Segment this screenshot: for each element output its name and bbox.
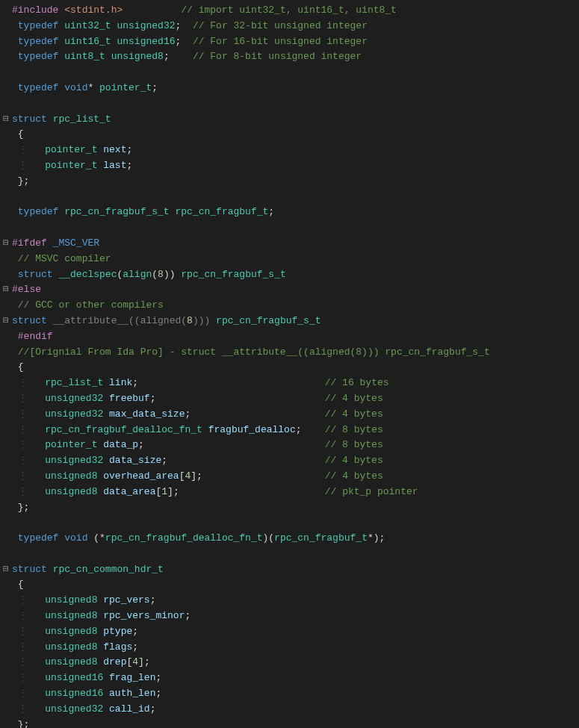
code-content: ⋮ unsigned8 flags;	[12, 641, 138, 653]
code-content: struct rpc_list_t	[12, 113, 111, 125]
code-line[interactable]: // GCC or other compilers	[0, 298, 579, 314]
code-content: typedef uint8_t unsigned8; // For 8-bit …	[12, 51, 362, 62]
code-content: ⋮ unsigned8 ptype;	[12, 626, 138, 637]
code-content: //[Orignial From Ida Pro] - struct __att…	[12, 346, 490, 358]
code-line[interactable]: ⋮ unsigned8 data_area[1]; // pkt_p point…	[0, 485, 579, 500]
code-line[interactable]: struct __declspec(align(8)) rpc_cn_fragb…	[0, 267, 579, 283]
code-line[interactable]: {	[0, 127, 579, 143]
code-content: struct rpc_cn_common_hdr_t	[12, 564, 164, 575]
code-content: #else	[12, 284, 41, 295]
code-line[interactable]: ⋮ unsigned8 rpc_vers_minor;	[0, 609, 579, 624]
code-line[interactable]: typedef void* pointer_t;	[0, 81, 579, 96]
fold-gutter[interactable]: ⊟	[3, 236, 12, 252]
code-content: ⋮ pointer_t next;	[12, 144, 132, 155]
fold-gutter[interactable]: ⊟	[3, 314, 12, 329]
code-line[interactable]	[0, 190, 579, 205]
code-line[interactable]: ⋮ unsigned16 auth_len;	[0, 686, 579, 702]
code-line[interactable]: };	[0, 500, 579, 516]
code-line[interactable]: ⊟struct __attribute__((aligned(8))) rpc_…	[0, 314, 579, 329]
code-line[interactable]: ⋮ rpc_list_t link; // 16 bytes	[0, 376, 579, 391]
code-content: typedef void (*rpc_cn_fragbuf_dealloc_fn…	[12, 532, 385, 544]
code-line[interactable]: ⋮ pointer_t data_p; // 8 bytes	[0, 438, 579, 453]
code-line[interactable]: ⊟struct rpc_cn_common_hdr_t	[0, 562, 579, 578]
code-content: {	[12, 361, 24, 373]
code-line[interactable]: ⋮ unsigned32 freebuf; // 4 bytes	[0, 391, 579, 407]
code-content: ⋮ unsigned16 frag_len;	[12, 672, 161, 683]
code-content	[12, 66, 18, 78]
code-content: // GCC or other compilers	[12, 299, 164, 311]
code-content	[12, 548, 18, 559]
code-line[interactable]: {	[0, 577, 579, 593]
code-line[interactable]	[0, 65, 579, 81]
code-line[interactable]: ⋮ pointer_t last;	[0, 158, 579, 174]
code-content: ⋮ unsigned16 auth_len;	[12, 688, 161, 699]
code-content: ⋮ unsigned8 rpc_vers;	[12, 594, 155, 606]
code-line[interactable]: ⋮ unsigned8 rpc_vers;	[0, 593, 579, 609]
code-content: struct __attribute__((aligned(8))) rpc_c…	[12, 315, 321, 326]
code-content	[12, 517, 18, 528]
code-content	[12, 191, 18, 202]
code-line[interactable]: };	[0, 174, 579, 190]
code-line[interactable]: ⋮ unsigned32 data_size; // 4 bytes	[0, 453, 579, 469]
code-line[interactable]: ⋮ unsigned8 overhead_area[4]; // 4 bytes	[0, 469, 579, 485]
code-line[interactable]: typedef uint32_t unsigned32; // For 32-b…	[0, 19, 579, 34]
code-content: {	[12, 579, 24, 590]
code-line[interactable]: //[Orignial From Ida Pro] - struct __att…	[0, 345, 579, 361]
code-line[interactable]: ⋮ unsigned8 ptype;	[0, 624, 579, 640]
code-content: #endif	[12, 331, 53, 342]
code-line[interactable]: ⋮ unsigned8 drep[4];	[0, 655, 579, 671]
code-line[interactable]: ⋮ unsigned32 call_id;	[0, 702, 579, 718]
code-content: {	[12, 128, 24, 140]
code-line[interactable]	[0, 220, 579, 236]
code-line[interactable]	[0, 547, 579, 562]
code-line[interactable]	[0, 96, 579, 112]
code-content: typedef uint16_t unsigned16; // For 16-b…	[12, 36, 368, 47]
code-content: ⋮ unsigned32 max_data_size; // 4 bytes	[12, 408, 383, 420]
fold-gutter[interactable]: ⊟	[3, 112, 12, 128]
code-line[interactable]: ⊟struct rpc_list_t	[0, 112, 579, 128]
code-line[interactable]: ⊟#ifdef _MSC_VER	[0, 236, 579, 252]
code-content: ⋮ unsigned8 rpc_vers_minor;	[12, 610, 191, 621]
code-content: ⋮ unsigned8 data_area[1]; // pkt_p point…	[12, 486, 418, 497]
code-content: ⋮ unsigned8 overhead_area[4]; // 4 bytes	[12, 470, 383, 482]
code-line[interactable]: ⋮ unsigned16 frag_len;	[0, 671, 579, 686]
code-content: #include <stdint.h> // import uint32_t, …	[12, 4, 397, 16]
code-content: ⋮ pointer_t data_p; // 8 bytes	[12, 439, 383, 450]
code-content: #ifdef _MSC_VER	[12, 237, 99, 249]
code-line[interactable]: ⊟#else	[0, 282, 579, 298]
code-line[interactable]: #include <stdint.h> // import uint32_t, …	[0, 3, 579, 19]
code-line[interactable]: ⋮ unsigned32 max_data_size; // 4 bytes	[0, 407, 579, 423]
code-content: ⋮ pointer_t last;	[12, 160, 132, 171]
code-content: typedef uint32_t unsigned32; // For 32-b…	[12, 20, 368, 31]
code-content: ⋮ unsigned32 call_id;	[12, 703, 155, 715]
fold-gutter[interactable]: ⊟	[3, 562, 12, 578]
code-line[interactable]: typedef void (*rpc_cn_fragbuf_dealloc_fn…	[0, 531, 579, 547]
code-content: };	[12, 175, 29, 187]
code-line[interactable]: ⋮ unsigned8 flags;	[0, 640, 579, 656]
code-content: };	[12, 502, 29, 513]
code-line[interactable]: typedef uint16_t unsigned16; // For 16-b…	[0, 34, 579, 50]
code-content: ⋮ unsigned8 drep[4];	[12, 656, 150, 668]
code-content: ⋮ rpc_list_t link; // 16 bytes	[12, 377, 389, 388]
code-content: };	[12, 719, 29, 728]
code-line[interactable]: };	[0, 718, 579, 728]
code-line[interactable]: {	[0, 360, 579, 376]
code-line[interactable]: ⋮ pointer_t next;	[0, 143, 579, 158]
code-line[interactable]: // MSVC compiler	[0, 252, 579, 267]
code-line[interactable]: #endif	[0, 329, 579, 345]
code-content: ⋮ rpc_cn_fragbuf_dealloc_fn_t fragbuf_de…	[12, 424, 383, 435]
code-content: struct __declspec(align(8)) rpc_cn_fragb…	[12, 269, 286, 280]
code-line[interactable]: typedef uint8_t unsigned8; // For 8-bit …	[0, 49, 579, 65]
code-content: typedef void* pointer_t;	[12, 82, 158, 93]
code-editor[interactable]: #include <stdint.h> // import uint32_t, …	[0, 0, 579, 728]
code-line[interactable]: typedef rpc_cn_fragbuf_s_t rpc_cn_fragbu…	[0, 205, 579, 220]
code-content: typedef rpc_cn_fragbuf_s_t rpc_cn_fragbu…	[12, 206, 274, 217]
code-content: ⋮ unsigned32 freebuf; // 4 bytes	[12, 393, 383, 404]
code-line[interactable]: ⋮ rpc_cn_fragbuf_dealloc_fn_t fragbuf_de…	[0, 423, 579, 438]
code-content	[12, 98, 18, 109]
code-content: // MSVC compiler	[12, 253, 111, 264]
fold-gutter[interactable]: ⊟	[3, 282, 12, 298]
code-content: ⋮ unsigned32 data_size; // 4 bytes	[12, 455, 383, 466]
code-content	[12, 222, 18, 233]
code-line[interactable]	[0, 515, 579, 531]
